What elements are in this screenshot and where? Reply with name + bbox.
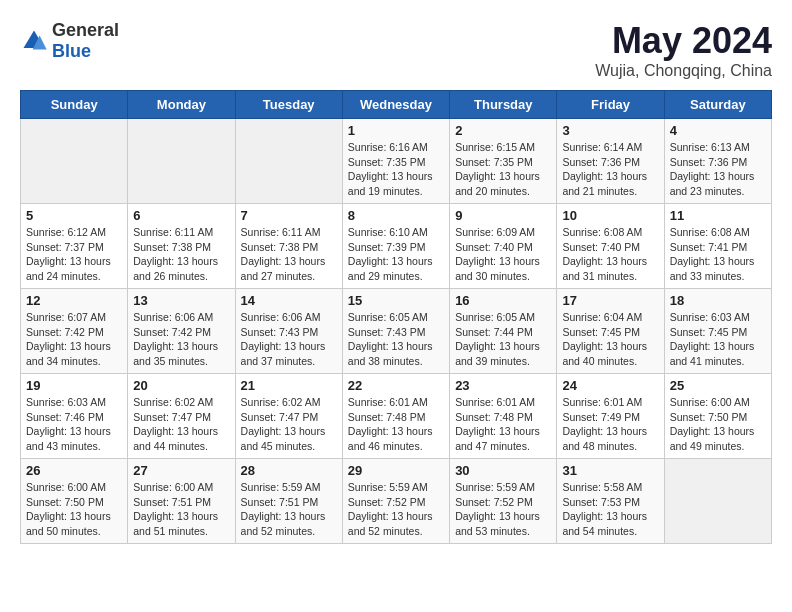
week-row-4: 19Sunrise: 6:03 AM Sunset: 7:46 PM Dayli… xyxy=(21,374,772,459)
day-info: Sunrise: 5:59 AM Sunset: 7:52 PM Dayligh… xyxy=(348,480,444,539)
day-number: 19 xyxy=(26,378,122,393)
calendar-cell: 1Sunrise: 6:16 AM Sunset: 7:35 PM Daylig… xyxy=(342,119,449,204)
calendar-cell: 20Sunrise: 6:02 AM Sunset: 7:47 PM Dayli… xyxy=(128,374,235,459)
calendar-cell: 30Sunrise: 5:59 AM Sunset: 7:52 PM Dayli… xyxy=(450,459,557,544)
day-number: 18 xyxy=(670,293,766,308)
calendar-cell: 3Sunrise: 6:14 AM Sunset: 7:36 PM Daylig… xyxy=(557,119,664,204)
calendar-cell xyxy=(128,119,235,204)
day-info: Sunrise: 6:01 AM Sunset: 7:48 PM Dayligh… xyxy=(348,395,444,454)
day-number: 6 xyxy=(133,208,229,223)
day-info: Sunrise: 6:06 AM Sunset: 7:42 PM Dayligh… xyxy=(133,310,229,369)
day-info: Sunrise: 6:01 AM Sunset: 7:48 PM Dayligh… xyxy=(455,395,551,454)
calendar-cell: 28Sunrise: 5:59 AM Sunset: 7:51 PM Dayli… xyxy=(235,459,342,544)
day-info: Sunrise: 6:10 AM Sunset: 7:39 PM Dayligh… xyxy=(348,225,444,284)
day-info: Sunrise: 6:03 AM Sunset: 7:46 PM Dayligh… xyxy=(26,395,122,454)
calendar-cell: 16Sunrise: 6:05 AM Sunset: 7:44 PM Dayli… xyxy=(450,289,557,374)
calendar-cell: 15Sunrise: 6:05 AM Sunset: 7:43 PM Dayli… xyxy=(342,289,449,374)
calendar-cell: 8Sunrise: 6:10 AM Sunset: 7:39 PM Daylig… xyxy=(342,204,449,289)
calendar-cell: 11Sunrise: 6:08 AM Sunset: 7:41 PM Dayli… xyxy=(664,204,771,289)
calendar-cell xyxy=(664,459,771,544)
calendar-cell: 2Sunrise: 6:15 AM Sunset: 7:35 PM Daylig… xyxy=(450,119,557,204)
header-day-thursday: Thursday xyxy=(450,91,557,119)
day-info: Sunrise: 6:06 AM Sunset: 7:43 PM Dayligh… xyxy=(241,310,337,369)
calendar-cell: 27Sunrise: 6:00 AM Sunset: 7:51 PM Dayli… xyxy=(128,459,235,544)
main-title: May 2024 xyxy=(595,20,772,62)
day-number: 24 xyxy=(562,378,658,393)
calendar-cell: 26Sunrise: 6:00 AM Sunset: 7:50 PM Dayli… xyxy=(21,459,128,544)
day-info: Sunrise: 5:58 AM Sunset: 7:53 PM Dayligh… xyxy=(562,480,658,539)
logo-blue: Blue xyxy=(52,41,91,61)
day-info: Sunrise: 6:08 AM Sunset: 7:41 PM Dayligh… xyxy=(670,225,766,284)
day-number: 20 xyxy=(133,378,229,393)
calendar-cell: 4Sunrise: 6:13 AM Sunset: 7:36 PM Daylig… xyxy=(664,119,771,204)
calendar-cell: 6Sunrise: 6:11 AM Sunset: 7:38 PM Daylig… xyxy=(128,204,235,289)
day-number: 11 xyxy=(670,208,766,223)
calendar-cell: 7Sunrise: 6:11 AM Sunset: 7:38 PM Daylig… xyxy=(235,204,342,289)
calendar-table: SundayMondayTuesdayWednesdayThursdayFrid… xyxy=(20,90,772,544)
day-info: Sunrise: 6:02 AM Sunset: 7:47 PM Dayligh… xyxy=(241,395,337,454)
day-info: Sunrise: 6:05 AM Sunset: 7:44 PM Dayligh… xyxy=(455,310,551,369)
day-number: 21 xyxy=(241,378,337,393)
header-day-sunday: Sunday xyxy=(21,91,128,119)
day-info: Sunrise: 6:12 AM Sunset: 7:37 PM Dayligh… xyxy=(26,225,122,284)
header-day-tuesday: Tuesday xyxy=(235,91,342,119)
page-header: General Blue May 2024 Wujia, Chongqing, … xyxy=(20,20,772,80)
day-info: Sunrise: 6:00 AM Sunset: 7:51 PM Dayligh… xyxy=(133,480,229,539)
header-day-friday: Friday xyxy=(557,91,664,119)
day-number: 16 xyxy=(455,293,551,308)
day-number: 17 xyxy=(562,293,658,308)
calendar-cell: 25Sunrise: 6:00 AM Sunset: 7:50 PM Dayli… xyxy=(664,374,771,459)
calendar-cell: 14Sunrise: 6:06 AM Sunset: 7:43 PM Dayli… xyxy=(235,289,342,374)
day-info: Sunrise: 5:59 AM Sunset: 7:52 PM Dayligh… xyxy=(455,480,551,539)
calendar-cell xyxy=(235,119,342,204)
day-number: 28 xyxy=(241,463,337,478)
calendar-cell: 17Sunrise: 6:04 AM Sunset: 7:45 PM Dayli… xyxy=(557,289,664,374)
calendar-cell: 12Sunrise: 6:07 AM Sunset: 7:42 PM Dayli… xyxy=(21,289,128,374)
header-row: SundayMondayTuesdayWednesdayThursdayFrid… xyxy=(21,91,772,119)
day-number: 10 xyxy=(562,208,658,223)
calendar-cell xyxy=(21,119,128,204)
calendar-cell: 10Sunrise: 6:08 AM Sunset: 7:40 PM Dayli… xyxy=(557,204,664,289)
day-number: 23 xyxy=(455,378,551,393)
day-number: 7 xyxy=(241,208,337,223)
day-info: Sunrise: 6:14 AM Sunset: 7:36 PM Dayligh… xyxy=(562,140,658,199)
day-info: Sunrise: 6:00 AM Sunset: 7:50 PM Dayligh… xyxy=(26,480,122,539)
day-number: 12 xyxy=(26,293,122,308)
header-day-wednesday: Wednesday xyxy=(342,91,449,119)
day-number: 9 xyxy=(455,208,551,223)
day-info: Sunrise: 6:11 AM Sunset: 7:38 PM Dayligh… xyxy=(241,225,337,284)
day-number: 29 xyxy=(348,463,444,478)
header-day-saturday: Saturday xyxy=(664,91,771,119)
day-number: 27 xyxy=(133,463,229,478)
day-number: 3 xyxy=(562,123,658,138)
logo-icon xyxy=(20,27,48,55)
calendar-cell: 5Sunrise: 6:12 AM Sunset: 7:37 PM Daylig… xyxy=(21,204,128,289)
calendar-cell: 23Sunrise: 6:01 AM Sunset: 7:48 PM Dayli… xyxy=(450,374,557,459)
day-info: Sunrise: 6:11 AM Sunset: 7:38 PM Dayligh… xyxy=(133,225,229,284)
calendar-cell: 13Sunrise: 6:06 AM Sunset: 7:42 PM Dayli… xyxy=(128,289,235,374)
title-block: May 2024 Wujia, Chongqing, China xyxy=(595,20,772,80)
calendar-cell: 21Sunrise: 6:02 AM Sunset: 7:47 PM Dayli… xyxy=(235,374,342,459)
day-info: Sunrise: 6:00 AM Sunset: 7:50 PM Dayligh… xyxy=(670,395,766,454)
day-number: 14 xyxy=(241,293,337,308)
calendar-cell: 19Sunrise: 6:03 AM Sunset: 7:46 PM Dayli… xyxy=(21,374,128,459)
calendar-cell: 22Sunrise: 6:01 AM Sunset: 7:48 PM Dayli… xyxy=(342,374,449,459)
day-info: Sunrise: 6:08 AM Sunset: 7:40 PM Dayligh… xyxy=(562,225,658,284)
week-row-2: 5Sunrise: 6:12 AM Sunset: 7:37 PM Daylig… xyxy=(21,204,772,289)
calendar-cell: 24Sunrise: 6:01 AM Sunset: 7:49 PM Dayli… xyxy=(557,374,664,459)
week-row-3: 12Sunrise: 6:07 AM Sunset: 7:42 PM Dayli… xyxy=(21,289,772,374)
day-info: Sunrise: 6:16 AM Sunset: 7:35 PM Dayligh… xyxy=(348,140,444,199)
week-row-5: 26Sunrise: 6:00 AM Sunset: 7:50 PM Dayli… xyxy=(21,459,772,544)
day-number: 25 xyxy=(670,378,766,393)
calendar-cell: 29Sunrise: 5:59 AM Sunset: 7:52 PM Dayli… xyxy=(342,459,449,544)
day-number: 15 xyxy=(348,293,444,308)
day-info: Sunrise: 6:09 AM Sunset: 7:40 PM Dayligh… xyxy=(455,225,551,284)
day-info: Sunrise: 6:01 AM Sunset: 7:49 PM Dayligh… xyxy=(562,395,658,454)
day-info: Sunrise: 5:59 AM Sunset: 7:51 PM Dayligh… xyxy=(241,480,337,539)
day-info: Sunrise: 6:04 AM Sunset: 7:45 PM Dayligh… xyxy=(562,310,658,369)
day-info: Sunrise: 6:15 AM Sunset: 7:35 PM Dayligh… xyxy=(455,140,551,199)
calendar-cell: 9Sunrise: 6:09 AM Sunset: 7:40 PM Daylig… xyxy=(450,204,557,289)
logo-general: General xyxy=(52,20,119,40)
day-number: 26 xyxy=(26,463,122,478)
day-number: 1 xyxy=(348,123,444,138)
